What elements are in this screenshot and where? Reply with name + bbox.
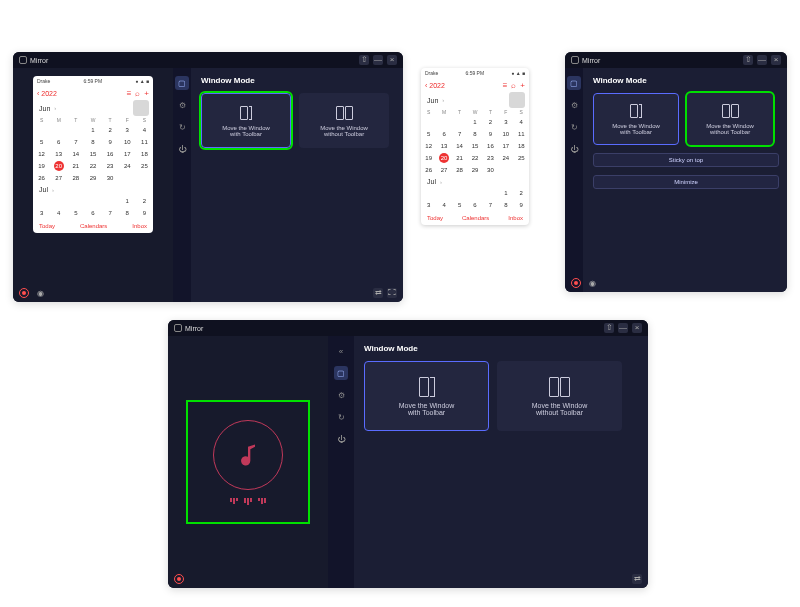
- settings-icon[interactable]: ⚙: [334, 388, 348, 402]
- swap-icon[interactable]: ⇄: [632, 574, 642, 584]
- record-button[interactable]: [19, 288, 29, 298]
- mirror-window-3: Mirror⇧—× « ▢ ⚙ ↻ ⏻ Window Mode Move the…: [168, 320, 648, 588]
- settings-icon[interactable]: ⚙: [567, 98, 581, 112]
- today-cell: 20: [54, 161, 64, 171]
- camera-button[interactable]: ◉: [35, 288, 45, 298]
- mode-with-toolbar[interactable]: Move the Windowwith Toolbar: [201, 93, 291, 148]
- music-note-icon: [213, 420, 283, 490]
- calendar-jul: 12 3456789: [33, 195, 153, 219]
- history-icon[interactable]: ↻: [175, 120, 189, 134]
- settings-sidebar: ▢ ⚙ ↻ ⏻: [173, 68, 191, 302]
- music-player: [188, 402, 308, 522]
- camera-button[interactable]: ◉: [587, 278, 597, 288]
- section-title: Window Mode: [201, 76, 395, 85]
- section-title: Window Mode: [364, 344, 640, 353]
- equalizer-icon: [230, 498, 266, 505]
- status-time: 6:59 PM: [83, 78, 102, 84]
- mode-with-toolbar[interactable]: Move the Windowwith Toolbar: [593, 93, 679, 145]
- app-icon: [19, 56, 27, 64]
- window-tab-icon[interactable]: ▢: [567, 76, 581, 90]
- history-icon[interactable]: ↻: [567, 120, 581, 134]
- calendar-dow: SMTWTFS: [33, 116, 153, 124]
- fullscreen-icon[interactable]: ⛶: [387, 288, 397, 298]
- list-icon[interactable]: ≡: [127, 89, 132, 98]
- mirrored-content: [168, 336, 328, 588]
- mirror-window-1: Mirror ⇧ — × Drake6:59 PM● ▲ ■ ‹ 2022≡⌕+…: [13, 52, 403, 302]
- section-title: Window Mode: [593, 76, 779, 85]
- mode-without-toolbar[interactable]: Move the Windowwithout Toolbar: [497, 361, 622, 431]
- sticky-on-top-button[interactable]: Sticky on top: [593, 153, 779, 167]
- month-label-2: Jul: [39, 186, 48, 193]
- record-button[interactable]: [571, 278, 581, 288]
- app-icon: [174, 324, 182, 332]
- mode-without-toolbar[interactable]: Move the Windowwithout Toolbar: [299, 93, 389, 148]
- history-icon[interactable]: ↻: [334, 410, 348, 424]
- power-icon[interactable]: ⏻: [567, 142, 581, 156]
- swap-icon[interactable]: ⇄: [373, 288, 383, 298]
- window-tab-icon[interactable]: ▢: [334, 366, 348, 380]
- close-button[interactable]: ×: [387, 55, 397, 65]
- collapse-icon[interactable]: «: [334, 344, 348, 358]
- settings-sidebar: ▢ ⚙ ↻ ⏻: [565, 68, 583, 292]
- add-icon[interactable]: +: [144, 89, 149, 98]
- back-year[interactable]: ‹ 2022: [37, 90, 57, 97]
- power-icon[interactable]: ⏻: [334, 432, 348, 446]
- chevron-right-icon: ›: [52, 187, 54, 193]
- minimize-button[interactable]: —: [373, 55, 383, 65]
- window-tab-icon[interactable]: ▢: [175, 76, 189, 90]
- phone-screen: Drake6:59 PM● ▲ ■ ‹ 2022≡⌕+ Jun› SMTWTFS…: [33, 76, 153, 233]
- search-icon[interactable]: ⌕: [135, 89, 140, 98]
- mode-without-toolbar[interactable]: Move the Windowwithout Toolbar: [687, 93, 773, 145]
- settings-panel: Window Mode Move the Windowwith Toolbar …: [191, 68, 403, 302]
- minimize-window-button[interactable]: Minimize: [593, 175, 779, 189]
- titlebar: Mirror ⇧ — ×: [13, 52, 403, 68]
- mode-with-toolbar[interactable]: Move the Windowwith Toolbar: [364, 361, 489, 431]
- inbox-link[interactable]: Inbox: [132, 223, 147, 229]
- settings-icon[interactable]: ⚙: [175, 98, 189, 112]
- widget-placeholder: [133, 100, 149, 116]
- settings-sidebar: « ▢ ⚙ ↻ ⏻: [328, 336, 354, 588]
- today-link[interactable]: Today: [39, 223, 55, 229]
- status-carrier: Drake: [37, 78, 50, 84]
- pin-button[interactable]: ⇧: [359, 55, 369, 65]
- phone-standalone: Drake6:59 PM● ▲ ■ ‹ 2022≡⌕+ Jun› SMTWTFS…: [421, 68, 529, 225]
- app-icon: [571, 56, 579, 64]
- chevron-right-icon: ›: [54, 105, 56, 111]
- month-label: Jun: [39, 105, 50, 112]
- status-right: ● ▲ ■: [135, 78, 149, 84]
- calendars-link[interactable]: Calendars: [80, 223, 107, 229]
- mirrored-content: Drake6:59 PM● ▲ ■ ‹ 2022≡⌕+ Jun› SMTWTFS…: [13, 68, 173, 302]
- calendar-jun: 1234 567891011 12131415161718 1920212223…: [33, 124, 153, 184]
- app-title: Mirror: [30, 57, 48, 64]
- record-button[interactable]: [174, 574, 184, 584]
- power-icon[interactable]: ⏻: [175, 142, 189, 156]
- mirror-window-2: Mirror⇧—× ▢ ⚙ ↻ ⏻ Window Mode Move the W…: [565, 52, 787, 292]
